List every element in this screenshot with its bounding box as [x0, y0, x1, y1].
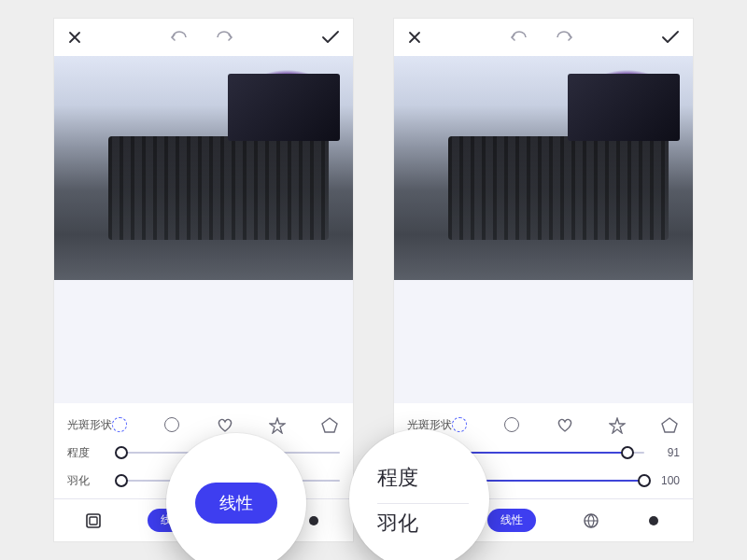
shape-pentagon-icon[interactable]	[661, 417, 676, 432]
zoom-callout-labels: 程度 羽化	[349, 429, 489, 560]
slider-thumb[interactable]	[115, 474, 128, 487]
svg-point-3	[309, 516, 318, 525]
feather-slider[interactable]	[461, 480, 644, 482]
shape-pentagon-icon[interactable]	[321, 417, 336, 432]
shape-star-icon[interactable]	[609, 417, 624, 432]
slider-thumb[interactable]	[115, 446, 128, 459]
tab-square-icon[interactable]	[85, 512, 102, 529]
svg-point-7	[649, 516, 658, 525]
shape-heart-icon[interactable]	[217, 417, 232, 432]
shape-circle-dashed-icon[interactable]	[452, 417, 467, 432]
undo-icon[interactable]	[169, 31, 190, 44]
image-canvas[interactable]	[394, 56, 693, 280]
photo-placeholder	[54, 56, 353, 280]
shape-options	[112, 417, 340, 432]
zoom-intensity-label: 程度	[377, 464, 469, 492]
confirm-icon[interactable]	[661, 31, 680, 44]
slider-thumb[interactable]	[638, 474, 651, 487]
canvas-padding	[394, 280, 693, 403]
feather-label: 羽化	[67, 473, 112, 489]
topbar	[54, 19, 353, 56]
shape-circle-dashed-icon[interactable]	[112, 417, 127, 432]
tab-dot-icon[interactable]	[305, 512, 322, 529]
shape-options	[452, 417, 680, 432]
photo-placeholder	[394, 56, 693, 280]
redo-icon[interactable]	[554, 31, 574, 44]
shape-row: 光斑形状	[407, 411, 680, 439]
shape-heart-icon[interactable]	[557, 417, 571, 432]
slider-thumb[interactable]	[621, 446, 634, 459]
topbar	[394, 19, 693, 56]
intensity-label: 程度	[67, 445, 112, 461]
shape-circle-icon[interactable]	[504, 417, 519, 432]
phone-right: 光斑形状 程度 91	[394, 19, 693, 541]
svg-rect-1	[90, 517, 97, 525]
close-icon[interactable]	[67, 30, 82, 45]
intensity-value: 91	[654, 446, 680, 459]
tab-dot-icon[interactable]	[645, 512, 662, 529]
feather-value: 100	[654, 474, 680, 487]
tab-globe-icon[interactable]	[583, 512, 599, 529]
zoom-feather-label: 羽化	[377, 510, 469, 538]
tab-linear-pill[interactable]: 线性	[487, 509, 536, 532]
close-icon[interactable]	[407, 30, 422, 45]
shape-star-icon[interactable]	[269, 417, 284, 432]
shape-label: 光斑形状	[67, 417, 112, 433]
undo-icon[interactable]	[509, 31, 529, 44]
zoom-separator	[377, 503, 469, 504]
svg-rect-0	[87, 514, 100, 527]
canvas-padding	[54, 280, 353, 403]
shape-circle-icon[interactable]	[164, 417, 179, 432]
shape-row: 光斑形状	[67, 411, 340, 439]
phone-left: 光斑形状 程度 羽化	[54, 19, 353, 541]
confirm-icon[interactable]	[321, 31, 340, 44]
redo-icon[interactable]	[214, 31, 234, 44]
image-canvas[interactable]	[54, 56, 353, 280]
intensity-slider[interactable]	[461, 452, 644, 454]
zoom-pill-label: 线性	[195, 483, 277, 524]
